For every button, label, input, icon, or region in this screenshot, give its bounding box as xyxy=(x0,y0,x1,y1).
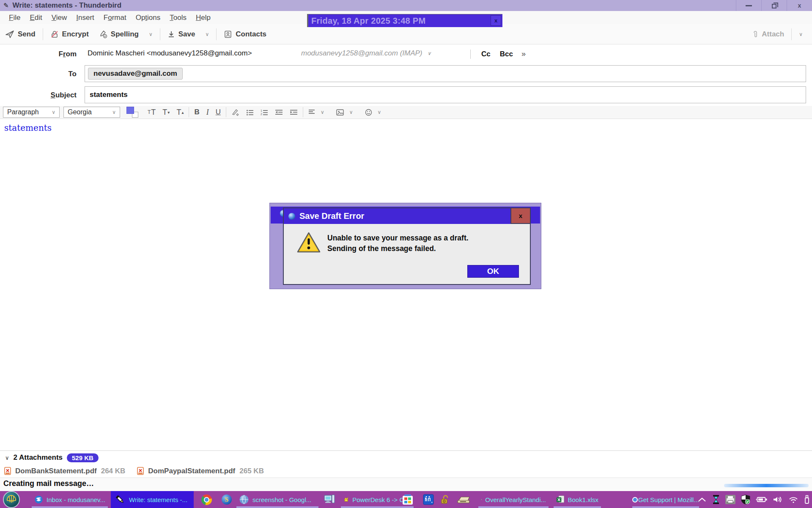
numbered-list-button[interactable]: 12 xyxy=(257,107,272,118)
underline-button[interactable]: U xyxy=(212,107,224,118)
wifi-icon[interactable] xyxy=(788,496,798,503)
save-draft-error-dialog: Save Draft Error x Unable to save your m… xyxy=(283,207,531,285)
menu-view[interactable]: View xyxy=(47,14,72,22)
menu-help[interactable]: Help xyxy=(191,14,215,22)
error-dialog-window: Save Draft Error x Unable to save your m… xyxy=(269,203,541,289)
font-select[interactable]: Georgia ∨ xyxy=(63,107,120,118)
save-button[interactable]: Save xyxy=(162,30,200,39)
excel-icon xyxy=(556,495,564,504)
attachments-count: 2 Attachments xyxy=(14,453,63,462)
from-account-selector[interactable]: modusanevy1258@gmail.com (IMAP) ∨ xyxy=(301,49,431,58)
date-banner-text: Friday, 18 Apr 2025 3:48 PM xyxy=(308,16,425,26)
s-app-taskbar-icon[interactable]: S xyxy=(222,491,232,508)
collapse-attachments-icon[interactable]: ∨ xyxy=(5,455,9,461)
paragraph-style-select[interactable]: Paragraph ∨ xyxy=(3,107,60,118)
volume-icon[interactable] xyxy=(773,496,783,503)
font-size-button[interactable]: TT xyxy=(144,107,159,118)
spelling-dropdown[interactable]: ∨ xyxy=(144,31,158,37)
taskbar-item-inbox[interactable]: Inbox - modusanev... xyxy=(30,491,109,508)
menu-edit[interactable]: Edit xyxy=(25,14,47,22)
contacts-icon xyxy=(224,30,232,39)
taskbar-item-screenshot[interactable]: screenshot - Googl... xyxy=(235,491,320,508)
bullet-list-button[interactable] xyxy=(243,107,257,118)
paperclip-icon xyxy=(752,30,758,39)
printer-icon[interactable] xyxy=(725,495,735,504)
from-actions: Cc Bcc » xyxy=(470,44,526,64)
tray-expand-icon[interactable] xyxy=(697,497,707,502)
menu-insert[interactable]: Insert xyxy=(71,14,99,22)
more-addressing-button[interactable]: » xyxy=(518,50,526,58)
encrypt-button[interactable]: Encrypt xyxy=(45,30,94,39)
computer-taskbar-icon[interactable] xyxy=(324,491,335,508)
attach-button[interactable]: Attach xyxy=(747,30,789,39)
usb-device-icon[interactable] xyxy=(804,495,810,504)
text-color-picker[interactable] xyxy=(126,107,139,118)
alignment-button[interactable]: ∨ xyxy=(305,107,333,118)
attachment-item[interactable]: DomBankStatement.pdf 264 KB xyxy=(4,467,125,475)
from-row: From Dominic Mascheri <modusanevy1258@gm… xyxy=(0,44,806,64)
smiley-button[interactable]: ∨ xyxy=(362,107,390,118)
date-banner-close-button[interactable]: x xyxy=(491,15,501,26)
security-shield-icon[interactable] xyxy=(741,494,750,505)
contacts-button[interactable]: Contacts xyxy=(219,30,272,39)
save-dropdown[interactable]: ∨ xyxy=(200,31,214,37)
date-banner[interactable]: Friday, 18 Apr 2025 3:48 PM x xyxy=(307,14,502,27)
decrease-font-size-button[interactable]: T▾ xyxy=(159,107,173,118)
dialog-message-line1: Unable to save your message as a draft. xyxy=(327,233,469,243)
devices-taskbar-icon[interactable] xyxy=(423,491,434,508)
subject-field[interactable]: statements xyxy=(85,86,806,103)
increase-font-size-button[interactable]: T▴ xyxy=(173,107,187,118)
bold-button[interactable]: B xyxy=(191,107,203,118)
taskbar-item-label: Inbox - modusanev... xyxy=(47,496,105,503)
cc-button[interactable]: Cc xyxy=(477,50,495,58)
spelling-button[interactable]: Spelling xyxy=(94,30,144,39)
store-taskbar-icon[interactable] xyxy=(402,491,413,508)
menu-options[interactable]: Options xyxy=(131,14,165,22)
close-button[interactable]: x xyxy=(787,0,812,11)
menu-file[interactable]: File xyxy=(4,14,25,22)
warning-icon xyxy=(296,232,321,254)
menu-tools[interactable]: Tools xyxy=(165,14,191,22)
chevron-down-icon: ∨ xyxy=(428,50,431,56)
highlight-button[interactable] xyxy=(228,107,243,118)
spellcheck-icon xyxy=(99,30,107,39)
bcc-button[interactable]: Bcc xyxy=(495,50,518,58)
compose-toolbar: Send Encrypt Spelling ∨ Save ∨ Contacts … xyxy=(0,24,812,44)
to-field[interactable]: nevusadave@gmail.com xyxy=(85,65,806,82)
restore-button[interactable] xyxy=(761,0,787,11)
attachment-item[interactable]: DomPaypalStatement.pdf 265 KB xyxy=(137,467,264,475)
attach-dropdown[interactable]: ∨ xyxy=(794,31,808,37)
taskbar-item-book1[interactable]: Book1.xlsx xyxy=(552,491,602,508)
taskbar-item-get-support[interactable]: Get Support | Mozill... xyxy=(631,491,700,508)
status-bar: Creating mail message… xyxy=(0,478,812,491)
taskbar-item-write-statements[interactable]: Write: statements -... xyxy=(111,491,194,508)
lock-taskbar-icon[interactable] xyxy=(440,491,450,508)
outdent-icon xyxy=(275,109,283,116)
attachments-size-badge: 529 KB xyxy=(67,453,99,462)
dialog-close-button[interactable]: x xyxy=(510,208,530,224)
italic-button[interactable]: I xyxy=(203,107,212,118)
pdf-file-icon xyxy=(4,467,11,475)
recipient-pill[interactable]: nevusadave@gmail.com xyxy=(88,68,183,80)
dialog-titlebar[interactable]: Save Draft Error x xyxy=(284,208,530,224)
attachment-size: 265 KB xyxy=(239,467,264,475)
outdent-button[interactable] xyxy=(272,107,286,118)
start-button[interactable] xyxy=(3,491,20,508)
taskbar-item-overallyearly[interactable]: OverallYearlyStandi... xyxy=(477,491,550,508)
ok-button[interactable]: OK xyxy=(467,265,519,278)
minimize-button[interactable] xyxy=(736,0,761,11)
insert-image-button[interactable]: ∨ xyxy=(333,107,362,118)
menu-format[interactable]: Format xyxy=(99,14,131,22)
indent-button[interactable] xyxy=(286,107,301,118)
close-icon: x xyxy=(519,212,522,219)
attachments-header[interactable]: ∨ 2 Attachments 529 KB xyxy=(0,450,812,464)
battery-icon[interactable] xyxy=(756,496,767,503)
hourglass-icon[interactable] xyxy=(712,495,720,504)
send-button[interactable]: Send xyxy=(0,30,41,39)
scanner-taskbar-icon[interactable] xyxy=(457,491,471,508)
to-label: To xyxy=(0,64,83,85)
from-identity[interactable]: Dominic Mascheri <modusanevy1258@gmail.c… xyxy=(88,49,252,58)
chrome-taskbar-icon[interactable] xyxy=(201,491,212,508)
arrow-up-icon: ▴ xyxy=(181,110,184,115)
window-controls: x xyxy=(736,0,812,11)
